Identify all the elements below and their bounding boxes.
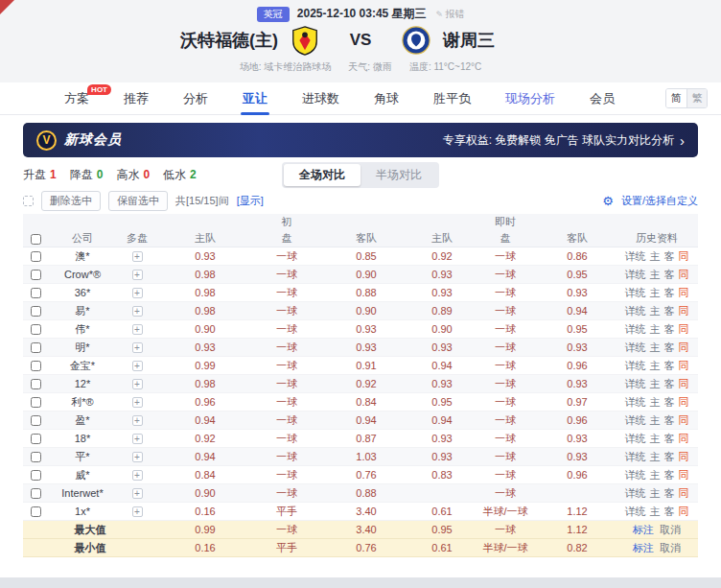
history-detail-link[interactable]: 详统 bbox=[625, 487, 646, 499]
history-same-link[interactable]: 同 bbox=[679, 323, 689, 335]
cancel-link[interactable]: 取消 bbox=[660, 524, 681, 535]
history-home-link[interactable]: 主 bbox=[650, 414, 661, 426]
history-same-link[interactable]: 同 bbox=[679, 287, 689, 298]
history-home-link[interactable]: 主 bbox=[650, 287, 661, 298]
history-same-link[interactable]: 同 bbox=[679, 250, 689, 262]
row-checkbox[interactable] bbox=[31, 488, 41, 499]
history-home-link[interactable]: 主 bbox=[650, 469, 661, 481]
history-detail-link[interactable]: 详统 bbox=[625, 287, 646, 298]
row-checkbox[interactable] bbox=[31, 324, 41, 335]
full-match-tab[interactable]: 全场对比 bbox=[284, 164, 360, 186]
history-away-link[interactable]: 客 bbox=[664, 487, 675, 499]
row-checkbox[interactable] bbox=[31, 415, 41, 426]
company-name[interactable]: 18* bbox=[48, 430, 117, 448]
history-away-link[interactable]: 客 bbox=[664, 396, 675, 408]
mark-link[interactable]: 标注 bbox=[633, 524, 654, 535]
history-home-link[interactable]: 主 bbox=[650, 433, 661, 444]
keep-selected-button[interactable]: 保留选中 bbox=[108, 191, 168, 211]
nav-tab-recommend[interactable]: 推荐 bbox=[124, 82, 149, 115]
history-home-link[interactable]: 主 bbox=[650, 250, 661, 262]
lang-traditional-button[interactable]: 繁 bbox=[686, 89, 707, 107]
company-name[interactable]: Interwet* bbox=[48, 484, 117, 503]
lang-simplified-button[interactable]: 简 bbox=[666, 89, 686, 107]
company-name[interactable]: Crow*® bbox=[48, 266, 117, 284]
select-all-checkbox[interactable] bbox=[31, 234, 41, 245]
history-away-link[interactable]: 客 bbox=[664, 269, 675, 280]
report-error-link[interactable]: ✎报错 bbox=[436, 8, 465, 21]
nav-tab-analysis[interactable]: 分析 bbox=[183, 82, 208, 115]
history-detail-link[interactable]: 详统 bbox=[625, 414, 646, 426]
history-home-link[interactable]: 主 bbox=[650, 396, 661, 408]
nav-tab-goals[interactable]: 进球数 bbox=[302, 82, 339, 115]
row-checkbox[interactable] bbox=[31, 306, 41, 317]
vip-banner[interactable]: V 新球会员 专享权益: 免费解锁 免广告 球队实力对比分析 › bbox=[23, 123, 698, 157]
row-checkbox[interactable] bbox=[31, 470, 41, 481]
history-same-link[interactable]: 同 bbox=[679, 378, 689, 389]
expand-odds-button[interactable]: + bbox=[132, 415, 143, 426]
history-detail-link[interactable]: 详统 bbox=[625, 433, 646, 444]
history-same-link[interactable]: 同 bbox=[679, 360, 689, 371]
history-detail-link[interactable]: 详统 bbox=[625, 360, 646, 371]
history-same-link[interactable]: 同 bbox=[679, 506, 689, 517]
expand-odds-button[interactable]: + bbox=[132, 434, 143, 444]
company-name[interactable]: 12* bbox=[48, 375, 117, 393]
half-match-tab[interactable]: 半场对比 bbox=[360, 164, 437, 186]
history-detail-link[interactable]: 详统 bbox=[625, 469, 646, 481]
chevron-right-icon[interactable]: › bbox=[680, 133, 685, 148]
company-name[interactable]: 易* bbox=[48, 302, 117, 320]
history-away-link[interactable]: 客 bbox=[664, 341, 675, 353]
company-name[interactable]: 威* bbox=[48, 466, 117, 484]
expand-odds-button[interactable]: + bbox=[132, 251, 143, 262]
row-checkbox[interactable] bbox=[31, 270, 41, 280]
history-same-link[interactable]: 同 bbox=[679, 341, 689, 353]
history-away-link[interactable]: 客 bbox=[664, 250, 675, 262]
away-team-name[interactable]: 谢周三 bbox=[443, 29, 495, 52]
row-checkbox[interactable] bbox=[31, 288, 41, 298]
history-same-link[interactable]: 同 bbox=[679, 433, 689, 444]
history-home-link[interactable]: 主 bbox=[650, 305, 661, 317]
cancel-link[interactable]: 取消 bbox=[660, 542, 681, 553]
history-home-link[interactable]: 主 bbox=[650, 506, 661, 517]
mark-link[interactable]: 标注 bbox=[633, 542, 654, 553]
history-away-link[interactable]: 客 bbox=[664, 287, 675, 298]
expand-odds-button[interactable]: + bbox=[132, 470, 143, 481]
company-name[interactable]: 1x* bbox=[48, 503, 117, 521]
company-name[interactable]: 平* bbox=[48, 448, 117, 466]
row-checkbox[interactable] bbox=[31, 379, 41, 389]
history-home-link[interactable]: 主 bbox=[650, 323, 661, 335]
row-checkbox[interactable] bbox=[31, 506, 41, 517]
history-same-link[interactable]: 同 bbox=[679, 451, 689, 462]
history-detail-link[interactable]: 详统 bbox=[625, 341, 646, 353]
show-link[interactable]: [显示] bbox=[237, 194, 264, 208]
row-checkbox[interactable] bbox=[31, 251, 41, 262]
row-checkbox[interactable] bbox=[31, 397, 41, 408]
row-checkbox[interactable] bbox=[31, 361, 41, 371]
history-home-link[interactable]: 主 bbox=[650, 451, 661, 462]
league-badge[interactable]: 英冠 bbox=[257, 7, 290, 22]
nav-tab-corners[interactable]: 角球 bbox=[374, 82, 399, 115]
expand-odds-button[interactable]: + bbox=[132, 452, 143, 462]
expand-odds-button[interactable]: + bbox=[132, 306, 143, 317]
expand-odds-button[interactable]: + bbox=[132, 397, 143, 408]
company-name[interactable]: 盈* bbox=[48, 412, 117, 430]
history-away-link[interactable]: 客 bbox=[664, 360, 675, 371]
history-detail-link[interactable]: 详统 bbox=[625, 451, 646, 462]
history-same-link[interactable]: 同 bbox=[679, 396, 689, 408]
history-away-link[interactable]: 客 bbox=[664, 469, 675, 481]
nav-tab-win-draw-lose[interactable]: 胜平负 bbox=[433, 82, 471, 115]
history-same-link[interactable]: 同 bbox=[679, 269, 689, 280]
history-same-link[interactable]: 同 bbox=[679, 305, 689, 317]
history-away-link[interactable]: 客 bbox=[664, 433, 675, 444]
history-away-link[interactable]: 客 bbox=[664, 378, 675, 389]
company-name[interactable]: 36* bbox=[48, 284, 117, 302]
company-name[interactable]: 澳* bbox=[48, 247, 117, 266]
history-away-link[interactable]: 客 bbox=[664, 305, 675, 317]
history-away-link[interactable]: 客 bbox=[664, 506, 675, 517]
history-away-link[interactable]: 客 bbox=[664, 451, 675, 462]
delete-selected-button[interactable]: 删除选中 bbox=[41, 191, 101, 211]
expand-odds-button[interactable]: + bbox=[132, 288, 143, 298]
expand-odds-button[interactable]: + bbox=[132, 324, 143, 335]
row-checkbox[interactable] bbox=[31, 452, 41, 462]
history-detail-link[interactable]: 详统 bbox=[625, 269, 646, 280]
home-team-name[interactable]: 沃特福德(主) bbox=[180, 29, 278, 52]
